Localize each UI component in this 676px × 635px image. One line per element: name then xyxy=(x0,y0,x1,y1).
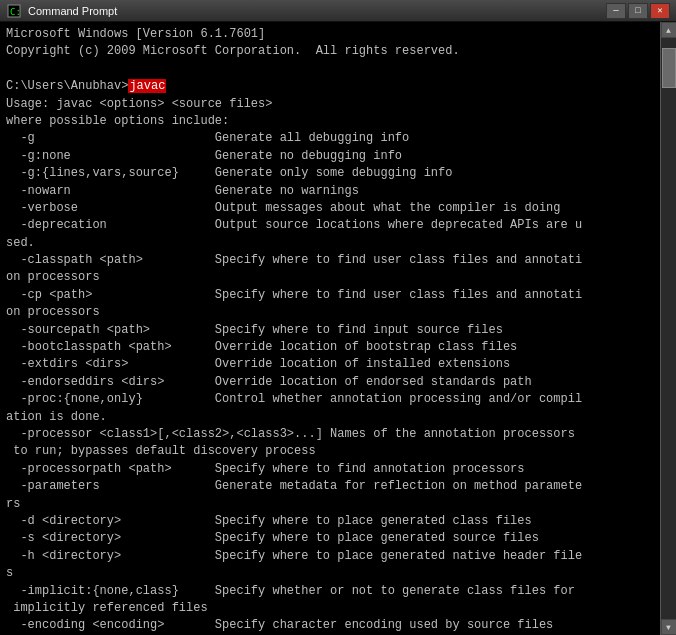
scroll-down-button[interactable]: ▼ xyxy=(661,619,677,635)
minimize-button[interactable]: ─ xyxy=(606,3,626,19)
maximize-button[interactable]: □ xyxy=(628,3,648,19)
svg-text:C:: C: xyxy=(10,7,21,17)
scroll-thumb[interactable] xyxy=(662,48,676,88)
close-button[interactable]: ✕ xyxy=(650,3,670,19)
scrollbar[interactable]: ▲ ▼ xyxy=(660,22,676,635)
window-title: Command Prompt xyxy=(28,5,606,17)
highlighted-command: javac xyxy=(128,79,166,93)
title-bar: C: Command Prompt ─ □ ✕ xyxy=(0,0,676,22)
console-output[interactable]: Microsoft Windows [Version 6.1.7601] Cop… xyxy=(0,22,660,635)
scroll-up-button[interactable]: ▲ xyxy=(661,22,677,38)
scroll-track[interactable] xyxy=(661,38,676,619)
console-wrapper: Microsoft Windows [Version 6.1.7601] Cop… xyxy=(0,22,676,635)
window-controls: ─ □ ✕ xyxy=(606,3,670,19)
app-icon: C: xyxy=(6,3,22,19)
